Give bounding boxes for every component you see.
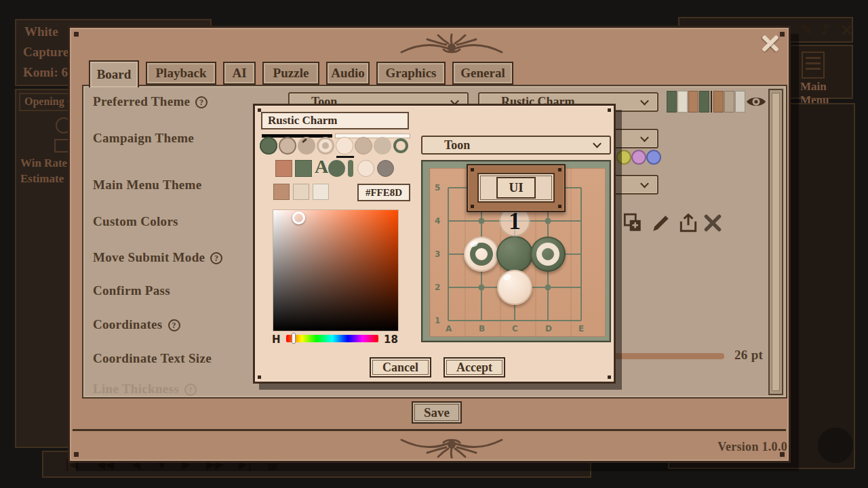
version-label: Version 1.0.0 <box>653 440 787 454</box>
stone-option-cream-selected[interactable] <box>336 137 353 155</box>
palette-stone-dark[interactable] <box>328 160 345 177</box>
komi-label: Komi: 6 <box>23 65 68 80</box>
menu-board-icon <box>802 52 825 79</box>
stone-option-green-ring[interactable] <box>393 138 408 153</box>
hex-value-field[interactable]: #FFE8D <box>357 184 410 201</box>
music-icon[interactable]: ♪ <box>821 22 829 38</box>
palette-line-option[interactable] <box>348 160 353 177</box>
close-button[interactable] <box>760 33 781 54</box>
eye-icon[interactable] <box>745 94 767 109</box>
chevron-down-icon <box>640 179 649 188</box>
captures-label: Captures <box>23 45 74 60</box>
chevron-down-icon <box>640 133 649 142</box>
partial-row-label: Line Thickness? <box>93 382 197 396</box>
theme-swatch <box>735 91 745 113</box>
board-preview: 5 4 3 2 1 A B C D E 1 <box>421 160 611 342</box>
campaign-theme-label: Campaign Theme <box>93 131 194 146</box>
edit-game-icon[interactable]: ✎ <box>800 22 812 38</box>
estimate-label: Estimate <box>20 172 64 186</box>
save-button[interactable]: Save <box>412 401 462 424</box>
settings-scrollbar[interactable] <box>768 89 783 395</box>
black-stone <box>496 236 533 272</box>
help-icon[interactable]: ? <box>210 252 222 264</box>
col-coordinate: B <box>479 324 485 333</box>
palette-stone-gray[interactable] <box>377 160 394 177</box>
custom-color-dot[interactable] <box>616 150 631 165</box>
palette-letter-option[interactable]: A <box>314 156 329 178</box>
tab-ai[interactable]: AI <box>223 62 256 85</box>
stone-option-tan-marked[interactable] <box>298 137 315 155</box>
row-coordinate: 1 <box>435 316 440 325</box>
close-game-icon[interactable]: × <box>840 20 854 39</box>
ornament-top <box>397 29 506 59</box>
selected-underline <box>336 156 354 158</box>
player-name: White <box>24 24 58 39</box>
cancel-button[interactable]: Cancel <box>370 357 431 378</box>
col-coordinate: A <box>446 324 452 333</box>
chevron-down-icon <box>640 96 649 105</box>
edit-color-icon[interactable] <box>650 212 672 234</box>
tab-general[interactable]: General <box>452 62 513 85</box>
row-coordinate: 5 <box>435 183 440 192</box>
custom-color-dot[interactable] <box>646 150 661 165</box>
game-screen: White Captures Komi: 6 Opening G Win Rat… <box>0 0 868 488</box>
export-color-icon[interactable] <box>677 212 699 234</box>
recent-color-2[interactable] <box>293 184 309 200</box>
tab-graphics[interactable]: Graphics <box>376 62 446 85</box>
tab-board[interactable]: Board <box>89 60 139 87</box>
sv-picker-cursor[interactable] <box>292 211 305 224</box>
preview-theme-dropdown[interactable]: Toon <box>421 136 611 155</box>
row-coordinate: 4 <box>435 216 440 226</box>
recent-color-3[interactable] <box>313 184 329 200</box>
coord-size-value: 26 pt <box>734 348 763 363</box>
row-coordinate: 2 <box>435 283 440 292</box>
preview-theme-value: Toon <box>444 138 470 152</box>
win-rate-label: Win Rate <box>20 157 67 170</box>
theme-name-input[interactable] <box>261 112 409 129</box>
white-stone-circle-marked <box>464 237 499 272</box>
delete-color-icon[interactable] <box>702 212 724 234</box>
stone-indicator <box>818 428 853 463</box>
accept-button[interactable]: Accept <box>443 357 505 378</box>
palette-board-color[interactable] <box>275 160 292 177</box>
custom-colors-label: Custom Colors <box>93 214 178 229</box>
tab-puzzle[interactable]: Puzzle <box>262 62 319 85</box>
move-submit-label: Move Submit Mode? <box>93 250 222 265</box>
theme-swatch <box>699 91 709 113</box>
hue-label: H <box>272 333 281 346</box>
stone-option-tan[interactable] <box>355 137 372 155</box>
ornament-bottom <box>397 433 506 463</box>
stone-option-cream-ring[interactable] <box>317 137 334 155</box>
help-icon[interactable]: ? <box>195 96 208 108</box>
palette-stone-light[interactable] <box>357 160 374 177</box>
stone-option-green[interactable] <box>260 137 277 155</box>
custom-color-dot[interactable] <box>631 150 646 165</box>
ui-sign-panel: UI <box>477 173 555 203</box>
scrollbar-thumb[interactable] <box>772 93 780 391</box>
theme-swatch <box>688 91 698 113</box>
duplicate-color-icon[interactable] <box>622 212 644 234</box>
tab-audio[interactable]: Audio <box>326 62 370 85</box>
recent-color-1[interactable] <box>273 184 290 200</box>
hue-slider-handle[interactable] <box>292 333 296 344</box>
col-coordinate: D <box>545 324 552 333</box>
theme-swatch <box>667 91 677 113</box>
sv-picker-square[interactable] <box>273 210 398 331</box>
theme-swatch <box>677 91 688 113</box>
white-stone <box>497 270 532 305</box>
move-number: 1 <box>509 209 521 233</box>
chevron-down-icon <box>593 140 601 148</box>
tab-playback[interactable]: Playback <box>146 62 216 85</box>
stone-option-light-tan[interactable] <box>374 137 391 155</box>
palette-border-color[interactable] <box>295 160 312 177</box>
bottom-divider <box>73 429 786 431</box>
theme-swatch <box>713 91 724 113</box>
stone-option-tan-outline[interactable] <box>279 137 296 155</box>
swatch-divider <box>711 91 712 113</box>
black-stone-circle-marked <box>530 237 566 272</box>
hue-slider[interactable] <box>286 335 378 342</box>
help-icon[interactable]: ? <box>168 319 180 331</box>
ui-sign-label: UI <box>496 177 536 199</box>
theme-swatch <box>724 91 734 113</box>
hue-value: 18 <box>384 333 398 346</box>
